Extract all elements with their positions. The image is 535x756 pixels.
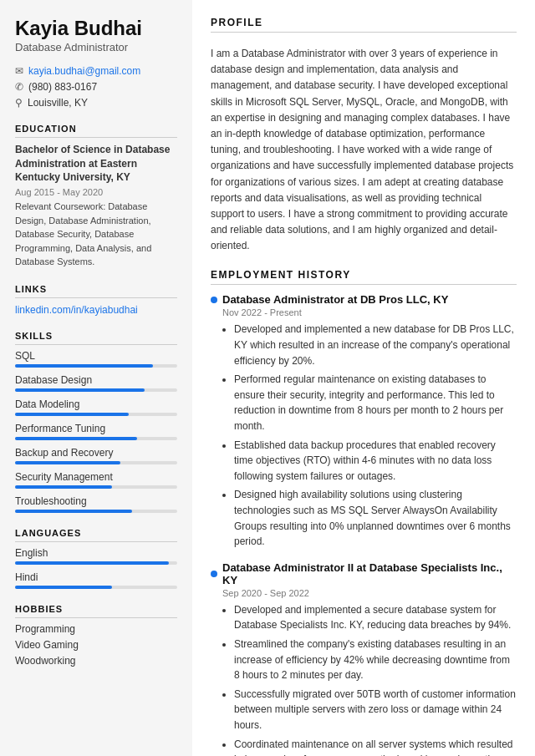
skill-label: Database Design [15,374,177,386]
job-title-text: Database Administrator II at Database Sp… [222,561,517,586]
skills-section-title: SKILLS [15,331,177,345]
jobs-list: Database Administrator at DB Pros LLC, K… [211,293,517,756]
skill-label: SQL [15,350,177,362]
sidebar: Kayia Budhai Database Administrator ✉ ka… [0,0,192,756]
job-bullets: Developed and implemented a new database… [222,322,517,549]
language-item: English [15,547,177,565]
skill-bar-bg [15,461,177,464]
main-content: PROFILE I am a Database Administrator wi… [192,0,535,756]
skill-bar-fill [15,364,153,368]
language-bar-fill [15,586,112,589]
skill-item: Performance Tuning [15,423,177,440]
education-courses: Relevant Coursework: Database Design, Da… [15,200,177,269]
employment-section-title: EMPLOYMENT HISTORY [211,269,517,285]
hobbies-section-title: HOBBIES [15,604,177,618]
job-date: Nov 2022 - Present [222,307,517,317]
contact-email: ✉ kayia.budhai@gmail.com [15,65,177,77]
skill-bar-fill [15,510,132,513]
skill-item: Backup and Recovery [15,447,177,464]
email-link[interactable]: kayia.budhai@gmail.com [28,65,140,77]
bullet-item: Developed and implemented a secure datab… [234,602,517,633]
skills-list: SQL Database Design Data Modeling Perfor… [15,350,177,513]
job-title-text: Database Administrator at DB Pros LLC, K… [222,293,448,306]
job-bullets: Developed and implemented a secure datab… [222,602,517,756]
language-bar-fill [15,561,169,565]
skill-bar-fill [15,461,120,464]
education-degree: Bachelor of Science in Database Administ… [15,143,177,185]
hobby-item: Programming [15,623,177,635]
job-date: Sep 2020 - Sep 2022 [222,588,517,598]
skill-label: Security Management [15,471,177,483]
bullet-item: Designed high availability solutions usi… [234,487,517,549]
profile-text: I am a Database Administrator with over … [211,46,517,254]
hobby-item: Woodworking [15,655,177,667]
candidate-title: Database Administrator [15,41,177,53]
hobbies-list: ProgrammingVideo GamingWoodworking [15,623,177,667]
language-label: English [15,547,177,559]
skill-item: Data Modeling [15,398,177,416]
education-section-title: EDUCATION [15,124,177,138]
bullet-item: Performed regular maintenance on existin… [234,372,517,434]
job-block: Database Administrator at DB Pros LLC, K… [211,293,517,549]
education-date: Aug 2015 - May 2020 [15,187,177,197]
languages-list: English Hindi [15,547,177,589]
skill-bar-fill [15,485,112,489]
bullet-item: Streamlined the company's existing datab… [234,637,517,683]
language-bar-bg [15,561,177,565]
bullet-item: Successfully migrated over 50TB worth of… [234,687,517,733]
profile-section-title: PROFILE [211,17,517,33]
skill-item: Security Management [15,471,177,489]
candidate-name: Kayia Budhai [15,17,177,41]
resume-container: Kayia Budhai Database Administrator ✉ ka… [0,0,535,756]
skill-bar-bg [15,485,177,489]
skill-bar-fill [15,413,129,416]
skill-bar-bg [15,437,177,440]
skill-label: Performance Tuning [15,423,177,434]
links-section-title: LINKS [15,284,177,298]
linkedin-link-item: linkedin.com/in/kayiabudhai [15,303,177,316]
skill-bar-bg [15,510,177,513]
skill-bar-fill [15,388,145,392]
skill-bar-fill [15,437,137,440]
skill-bar-bg [15,413,177,416]
contact-location: ⚲ Louisville, KY [15,97,177,109]
job-dot [211,297,217,303]
contact-phone: ✆ (980) 883-0167 [15,81,177,93]
bullet-item: Established data backup procedures that … [234,438,517,485]
job-title: Database Administrator at DB Pros LLC, K… [211,293,517,306]
language-item: Hindi [15,571,177,589]
location-icon: ⚲ [15,97,23,109]
phone-value: (980) 883-0167 [28,81,97,93]
language-bar-bg [15,586,177,589]
job-title: Database Administrator II at Database Sp… [211,561,517,586]
linkedin-link[interactable]: linkedin.com/in/kayiabudhai [15,304,138,316]
location-value: Louisville, KY [28,97,88,109]
skill-label: Troubleshooting [15,495,177,507]
bullet-item: Coordinated maintenance on all server sy… [234,737,517,757]
language-label: Hindi [15,571,177,583]
skill-item: Troubleshooting [15,495,177,513]
phone-icon: ✆ [15,81,23,93]
skill-bar-bg [15,364,177,368]
job-dot [211,571,217,577]
skill-label: Backup and Recovery [15,447,177,459]
job-block: Database Administrator II at Database Sp… [211,561,517,756]
bullet-item: Developed and implemented a new database… [234,322,517,368]
skill-bar-bg [15,388,177,392]
skill-item: Database Design [15,374,177,392]
languages-section-title: LANGUAGES [15,528,177,542]
skill-label: Data Modeling [15,398,177,410]
email-icon: ✉ [15,65,23,77]
skill-item: SQL [15,350,177,368]
hobby-item: Video Gaming [15,639,177,651]
